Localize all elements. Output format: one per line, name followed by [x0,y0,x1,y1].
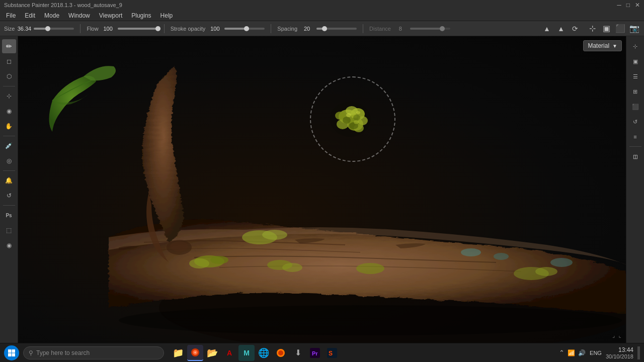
system-tray[interactable]: ⌃ 📶 🔊 [559,349,586,356]
viewport-layout-icon[interactable]: ▣ [601,23,612,34]
settings-tool[interactable]: ◉ [2,238,16,252]
svg-point-4 [189,258,209,268]
menu-file[interactable]: File [2,11,20,20]
svg-point-10 [356,263,384,274]
maya-app[interactable]: M [238,345,255,361]
flow-slider[interactable] [118,28,158,30]
file-explorer-app[interactable]: 📁 [170,345,186,361]
menu-window[interactable]: Window [64,11,94,20]
symmetry-icon[interactable]: ⟳ [570,23,581,34]
main-area: ✏ ◻ ⬡ ⊹ ◉ ✋ 💉 ◎ 🔔 ↺ Ps ⬚ ◉ [0,36,644,343]
svg-point-2 [170,241,188,251]
environment-panel-icon[interactable]: ☰ [628,69,642,83]
windows-start-button[interactable] [4,345,19,360]
firefox-app[interactable] [273,345,289,361]
paint-brush-tool[interactable]: ✏ [2,39,16,53]
material-picker-tool[interactable]: ◎ [2,154,16,168]
stroke-opacity-value: 100 [208,26,222,32]
menu-mode[interactable]: Mode [40,11,63,20]
spacing-slider[interactable] [316,28,357,30]
chevron-down-icon: ▼ [612,43,617,49]
size-group: Size 36.34 [4,26,74,32]
substance-taskbar-app[interactable] [187,345,203,361]
anchor-tool[interactable]: 🔔 [2,173,16,188]
svg-point-9 [262,230,287,240]
taskbar-search[interactable]: ⚲ Type here to search [23,346,164,359]
network-settings-icon[interactable]: ⌃ [559,349,565,356]
photoshop-tool[interactable]: Ps [2,208,16,222]
svg-text:S: S [329,350,333,357]
eyedropper-tool[interactable]: 💉 [2,139,16,153]
svg-point-7 [282,263,302,272]
properties-panel-icon[interactable]: ≡ [628,130,642,144]
menu-plugins[interactable]: Plugins [127,11,155,20]
maximize-button[interactable]: □ [626,2,630,9]
history-panel-icon[interactable]: ↺ [628,115,642,129]
svg-text:Pr: Pr [312,350,318,356]
premiere-app[interactable]: Pr [307,345,323,361]
flip-vertical-icon[interactable]: ▲ [555,23,567,34]
clone-tool[interactable]: ↺ [2,189,16,203]
flow-value: 100 [101,26,115,32]
speaker-icon[interactable]: 🔊 [578,349,586,356]
svg-point-16 [119,305,622,335]
polygon-fill-tool[interactable]: ⬡ [2,69,16,83]
svg-rect-32 [8,349,12,353]
stroke-opacity-slider[interactable] [224,28,265,30]
viewport-coordinates: ⌟ ⌞ [612,332,622,339]
paint-bucket-tool[interactable]: ◉ [2,104,16,118]
eraser-tool[interactable]: ◻ [2,54,16,68]
file-manager-app[interactable]: 📂 [204,345,220,361]
acrobat-app[interactable]: A [221,345,237,361]
distance-group: Distance 8 [369,26,450,32]
right-sidebar: ⊹ ▣ ☰ ⊞ ⬛ ↺ ≡ ◫ [626,36,644,343]
search-icon: ⚲ [29,349,33,356]
snapshot-icon[interactable]: 📷 [629,23,640,34]
svg-point-12 [535,267,557,276]
bake-panel-icon[interactable]: ◫ [628,149,642,163]
clock[interactable]: 13:44 30/10/2018 [606,346,633,359]
svg-point-40 [278,350,283,355]
titlebar-controls[interactable]: ─ □ ✕ [617,2,640,9]
transform-panel-icon[interactable]: ⊹ [628,39,642,53]
left-sidebar: ✏ ◻ ⬡ ⊹ ◉ ✋ 💉 ◎ 🔔 ↺ Ps ⬚ ◉ [0,36,18,343]
close-button[interactable]: ✕ [635,2,640,9]
chrome-app[interactable]: 🌐 [256,345,272,361]
camera-panel-icon[interactable]: ▣ [628,54,642,68]
minimize-button[interactable]: ─ [617,2,621,9]
display-settings-icon[interactable]: ⬛ [615,23,626,34]
spacing-group: Spacing 20 [277,26,357,32]
viewport-mode-dropdown[interactable]: Material ▼ [583,40,622,51]
layers-panel-icon[interactable]: ⬛ [628,100,642,114]
taskbar-right: ⌃ 📶 🔊 ENG 13:44 30/10/2018 [559,346,640,359]
menu-edit[interactable]: Edit [21,11,39,20]
smudge-tool[interactable]: ✋ [2,119,16,133]
taskbar: ⚲ Type here to search 📁 📂 A M 🌐 ⬇ Pr [0,343,644,362]
svg-rect-33 [12,349,16,353]
stroke-opacity-label: Stroke opacity [171,26,206,32]
flip-horizontal-icon[interactable]: ▲ [541,23,552,34]
svg-point-38 [194,351,196,353]
substance-launcher-app[interactable]: S [324,345,340,361]
spacing-label: Spacing [277,26,297,32]
menu-help[interactable]: Help [156,11,177,20]
wifi-icon[interactable]: 📶 [568,349,575,356]
download-app[interactable]: ⬇ [290,345,306,361]
bake-mesh-tool[interactable]: ⬚ [2,223,16,237]
camera-ortho-icon[interactable]: ⊹ [587,23,598,34]
selection-tool[interactable]: ⊹ [2,89,16,103]
svg-point-13 [461,248,481,256]
svg-point-5 [210,256,228,264]
size-slider[interactable] [34,28,74,30]
viewport[interactable]: Material ▼ ⌟ ⌞ [18,36,626,343]
size-value: 36.34 [17,26,31,32]
menubar: File Edit Mode Window Viewport Plugins H… [0,10,644,21]
svg-rect-34 [8,353,12,356]
display-panel-icon[interactable]: ⊞ [628,84,642,99]
show-desktop-icon[interactable] [637,346,640,359]
menu-viewport[interactable]: Viewport [95,11,126,20]
titlebar: Substance Painter 2018.1.3 - wood_autosa… [0,0,644,10]
distance-slider[interactable] [410,28,450,30]
svg-rect-35 [12,353,16,356]
language-indicator[interactable]: ENG [590,350,602,356]
